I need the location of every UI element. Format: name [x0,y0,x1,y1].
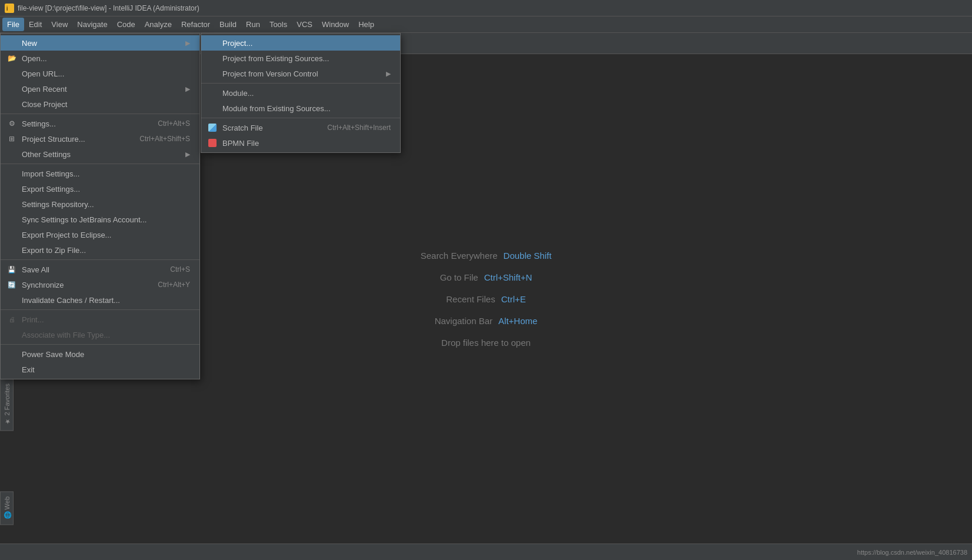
import-settings-label: Import Settings... [22,169,79,178]
status-bar: https://blog.csdn.net/weixin_40816738 [0,544,972,560]
file-menu-associate-file-type[interactable]: Associate with File Type... [1,327,199,342]
open-label: Open... [22,54,47,63]
open-url-label: Open URL... [22,69,64,78]
export-settings-label: Export Settings... [22,185,80,194]
new-submenu-bpmn-file[interactable]: BPMN File [201,135,400,151]
hint-drop-label: Drop files here to open [441,338,531,348]
new-submenu-project-vcs[interactable]: Project from Version Control ▶ [201,66,400,81]
separator-2 [1,164,199,164]
menu-file[interactable]: File [2,18,24,31]
web-globe-icon: 🌐 [3,512,11,519]
hint-goto-file: Go to File Ctrl+Shift+N [440,272,532,282]
project-structure-icon: ⊞ [6,134,17,144]
file-menu-settings-repo[interactable]: Settings Repository... [1,196,199,212]
menu-navigate[interactable]: Navigate [72,18,112,31]
project-vcs-arrow: ▶ [386,70,391,78]
menu-bar: File Edit View Navigate Code Analyze Ref… [0,16,972,33]
menu-refactor[interactable]: Refactor [177,18,215,31]
save-all-label: Save All [22,265,49,274]
menu-help[interactable]: Help [354,18,379,31]
file-menu-save-all[interactable]: 💾 Save All Ctrl+S [1,262,199,277]
file-menu-invalidate-caches[interactable]: Invalidate Caches / Restart... [1,292,199,308]
bpmn-file-icon [207,138,218,148]
file-menu-open-recent[interactable]: Open Recent ▶ [1,81,199,96]
favorites-star-icon: ★ [3,418,11,425]
menu-analyze[interactable]: Analyze [140,18,177,31]
settings-repo-label: Settings Repository... [22,200,94,209]
new-submenu-scratch-file[interactable]: Scratch File Ctrl+Alt+Shift+Insert [201,120,400,135]
app-icon: i [5,4,14,13]
close-project-label: Close Project [22,100,67,109]
new-submenu-module[interactable]: Module... [201,85,400,101]
module-label: Module... [222,89,254,98]
print-label: Print... [22,315,44,324]
menu-run[interactable]: Run [241,18,265,31]
sync-settings-label: Sync Settings to JetBrains Account... [22,215,147,224]
menu-tools[interactable]: Tools [265,18,292,31]
file-menu-other-settings[interactable]: Other Settings ▶ [1,146,199,162]
save-icon: 💾 [6,264,17,275]
file-menu-sync-settings[interactable]: Sync Settings to JetBrains Account... [1,212,199,227]
menu-vcs[interactable]: VCS [292,18,317,31]
file-menu-open-url[interactable]: Open URL... [1,66,199,81]
file-menu-synchronize[interactable]: 🔄 Synchronize Ctrl+Alt+Y [1,277,199,292]
project-structure-label: Project Structure... [22,135,85,144]
new-submenu-project[interactable]: Project... [201,35,400,51]
sync-icon: 🔄 [6,279,17,290]
hint-search-label: Search Everywhere [421,251,498,261]
file-menu-import-settings[interactable]: Import Settings... [1,166,199,181]
favorites-label: 2 Favorites [4,384,11,415]
scratch-file-label: Scratch File [222,124,263,132]
hint-recent-label: Recent Files [446,294,495,304]
new-separator-1 [201,83,400,84]
power-save-label: Power Save Mode [22,350,84,359]
menu-code[interactable]: Code [112,18,140,31]
new-submenu-module-existing[interactable]: Module from Existing Sources... [201,101,400,116]
hint-navigation-bar: Navigation Bar Alt+Home [435,316,538,326]
hint-nav-shortcut: Alt+Home [498,316,537,326]
hint-recent-shortcut: Ctrl+E [501,294,526,304]
web-tab[interactable]: 🌐 Web [0,491,14,525]
title-text: file-view [D:\project\file-view] - Intel… [18,4,199,12]
file-dropdown-menu: New ▶ 📂 Open... Open URL... Open Recent … [0,33,200,379]
module-existing-label: Module from Existing Sources... [222,104,331,113]
separator-4 [1,309,199,310]
menu-view[interactable]: View [46,18,72,31]
file-menu-print[interactable]: 🖨 Print... [1,312,199,327]
web-label: Web [4,496,11,509]
hint-nav-label: Navigation Bar [435,316,492,326]
favorites-tab[interactable]: ★ 2 Favorites [0,378,14,431]
file-menu-close-project[interactable]: Close Project [1,96,199,112]
file-menu-exit[interactable]: Exit [1,362,199,377]
file-menu-new[interactable]: New ▶ [1,35,199,51]
hint-drop-files: Drop files here to open [441,338,531,348]
separator-3 [1,259,199,260]
file-menu-export-eclipse[interactable]: Export Project to Eclipse... [1,227,199,242]
hint-search-shortcut: Double Shift [504,251,552,261]
menu-edit[interactable]: Edit [24,18,46,31]
menu-window[interactable]: Window [317,18,354,31]
hint-goto-label: Go to File [440,272,478,282]
file-menu-project-structure[interactable]: ⊞ Project Structure... Ctrl+Alt+Shift+S [1,131,199,146]
status-url: https://blog.csdn.net/weixin_40816738 [857,549,967,556]
project-label: Project... [222,39,252,48]
print-icon: 🖨 [6,314,17,325]
project-structure-shortcut: Ctrl+Alt+Shift+S [122,135,190,143]
new-submenu-project-existing[interactable]: Project from Existing Sources... [201,51,400,66]
new-submenu: Project... Project from Existing Sources… [201,33,401,153]
svg-text:i: i [6,5,8,12]
file-menu-export-zip[interactable]: Export to Zip File... [1,242,199,258]
file-menu-open[interactable]: 📂 Open... [1,51,199,66]
hint-search-everywhere: Search Everywhere Double Shift [421,251,552,261]
file-menu-export-settings[interactable]: Export Settings... [1,181,199,196]
open-recent-label: Open Recent [22,85,67,94]
scratch-file-shortcut: Ctrl+Alt+Shift+Insert [309,124,391,132]
open-recent-arrow: ▶ [185,85,190,93]
file-menu-settings[interactable]: ⚙ Settings... Ctrl+Alt+S [1,116,199,131]
export-zip-label: Export to Zip File... [22,246,86,255]
menu-build[interactable]: Build [215,18,241,31]
separator-5 [1,344,199,345]
hint-goto-shortcut: Ctrl+Shift+N [484,272,532,282]
file-menu-power-save[interactable]: Power Save Mode [1,346,199,362]
separator-1 [1,114,199,114]
